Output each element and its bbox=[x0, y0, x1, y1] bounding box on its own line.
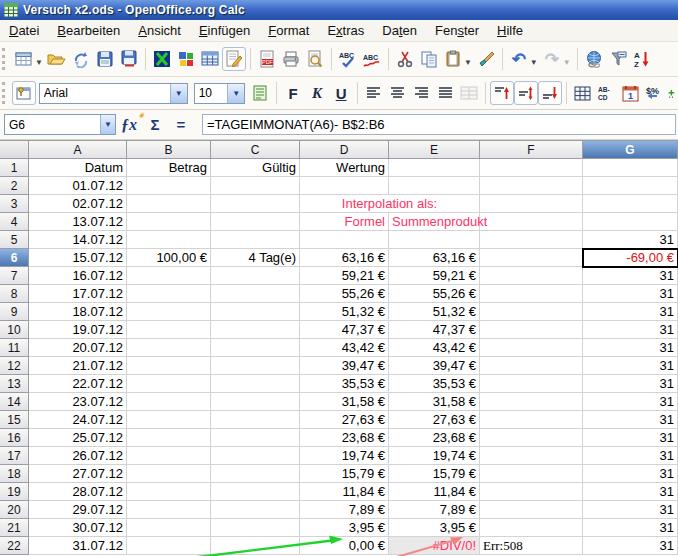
cell-G3[interactable] bbox=[583, 195, 678, 213]
cell-F20[interactable] bbox=[480, 501, 583, 519]
cell-F11[interactable] bbox=[480, 339, 583, 357]
cell-A9[interactable]: 18.07.12 bbox=[29, 303, 127, 321]
cell-E22[interactable]: #DIV/0! bbox=[389, 537, 480, 555]
row-header-21[interactable]: 21 bbox=[0, 519, 29, 537]
cell-A1[interactable]: Datum bbox=[29, 159, 127, 177]
formula-input[interactable] bbox=[202, 114, 676, 135]
cell-D12[interactable]: 39,47 € bbox=[300, 357, 389, 375]
filter-button[interactable] bbox=[606, 47, 630, 71]
cell-C12[interactable] bbox=[211, 357, 300, 375]
cell-B16[interactable] bbox=[127, 429, 211, 447]
cell-F7[interactable] bbox=[480, 267, 583, 285]
cell-C8[interactable] bbox=[211, 285, 300, 303]
undo-button[interactable]: ↶ bbox=[507, 47, 531, 71]
row-header-19[interactable]: 19 bbox=[0, 483, 29, 501]
cell-D18[interactable]: 15,79 € bbox=[300, 465, 389, 483]
align-center-button[interactable] bbox=[386, 81, 410, 105]
cell-B15[interactable] bbox=[127, 411, 211, 429]
cell-B7[interactable] bbox=[127, 267, 211, 285]
cell-F12[interactable] bbox=[480, 357, 583, 375]
cell-B19[interactable] bbox=[127, 483, 211, 501]
cell-E8[interactable]: 55,26 € bbox=[389, 285, 480, 303]
cell-A17[interactable]: 26.07.12 bbox=[29, 447, 127, 465]
column-header-D[interactable]: D bbox=[300, 141, 389, 159]
cell-E7[interactable]: 59,21 € bbox=[389, 267, 480, 285]
cell-E5[interactable] bbox=[389, 231, 480, 249]
cell-G7[interactable]: 31 bbox=[583, 267, 678, 285]
row-header-2[interactable]: 2 bbox=[0, 177, 29, 195]
cell-C13[interactable] bbox=[211, 375, 300, 393]
italic-button[interactable]: K bbox=[305, 81, 329, 105]
cell-C11[interactable] bbox=[211, 339, 300, 357]
menu-item-einfügen[interactable]: Einfügen bbox=[190, 21, 259, 40]
format-paintbrush-button[interactable] bbox=[474, 47, 498, 71]
cell-E18[interactable]: 15,79 € bbox=[389, 465, 480, 483]
row-header-9[interactable]: 9 bbox=[0, 303, 29, 321]
cell-E14[interactable]: 31,58 € bbox=[389, 393, 480, 411]
cell-G14[interactable]: 31 bbox=[583, 393, 678, 411]
align-top-button[interactable] bbox=[490, 81, 514, 105]
cell-A21[interactable]: 30.07.12 bbox=[29, 519, 127, 537]
paste-button[interactable] bbox=[441, 47, 465, 71]
underline-button[interactable]: U bbox=[329, 81, 353, 105]
cell-A7[interactable]: 16.07.12 bbox=[29, 267, 127, 285]
cell-C5[interactable] bbox=[211, 231, 300, 249]
cell-C9[interactable] bbox=[211, 303, 300, 321]
cell-C17[interactable] bbox=[211, 447, 300, 465]
cell-B4[interactable] bbox=[127, 213, 211, 231]
row-header-18[interactable]: 18 bbox=[0, 465, 29, 483]
cell-B2[interactable] bbox=[127, 177, 211, 195]
row-header-8[interactable]: 8 bbox=[0, 285, 29, 303]
cell-B8[interactable] bbox=[127, 285, 211, 303]
cell-B14[interactable] bbox=[127, 393, 211, 411]
cell-C15[interactable] bbox=[211, 411, 300, 429]
cell-B5[interactable] bbox=[127, 231, 211, 249]
cut-button[interactable] bbox=[393, 47, 417, 71]
row-header-15[interactable]: 15 bbox=[0, 411, 29, 429]
row-header-5[interactable]: 5 bbox=[0, 231, 29, 249]
cell-F19[interactable] bbox=[480, 483, 583, 501]
row-header-3[interactable]: 3 bbox=[0, 195, 29, 213]
cell-B11[interactable] bbox=[127, 339, 211, 357]
save-button[interactable] bbox=[93, 47, 117, 71]
cell-F10[interactable] bbox=[480, 321, 583, 339]
cell-reference-input[interactable] bbox=[5, 115, 100, 134]
cell-B18[interactable] bbox=[127, 465, 211, 483]
cell-F8[interactable] bbox=[480, 285, 583, 303]
cell-C2[interactable] bbox=[211, 177, 300, 195]
row-header-14[interactable]: 14 bbox=[0, 393, 29, 411]
menu-item-format[interactable]: Format bbox=[259, 21, 318, 40]
cell-A12[interactable]: 21.07.12 bbox=[29, 357, 127, 375]
cell-F1[interactable] bbox=[480, 159, 583, 177]
toolbar-grip[interactable] bbox=[2, 48, 9, 70]
cell-E13[interactable]: 35,53 € bbox=[389, 375, 480, 393]
name-box-dropdown-icon[interactable]: ▼ bbox=[100, 115, 115, 134]
edit-file-button[interactable] bbox=[222, 47, 246, 71]
cell-E4[interactable]: Summenprodukt bbox=[389, 213, 480, 231]
cell-E11[interactable]: 43,42 € bbox=[389, 339, 480, 357]
cell-D3[interactable]: Interpolation als: bbox=[300, 195, 480, 213]
cell-C3[interactable] bbox=[211, 195, 300, 213]
row-header-22[interactable]: 22 bbox=[0, 537, 29, 555]
row-header-12[interactable]: 12 bbox=[0, 357, 29, 375]
column-header-C[interactable]: C bbox=[211, 141, 300, 159]
cell-F17[interactable] bbox=[480, 447, 583, 465]
cell-B10[interactable] bbox=[127, 321, 211, 339]
cell-G9[interactable]: 31 bbox=[583, 303, 678, 321]
cell-F5[interactable] bbox=[480, 231, 583, 249]
hyperlink-button[interactable] bbox=[582, 47, 606, 71]
font-size-input[interactable] bbox=[195, 84, 228, 103]
cell-G17[interactable]: 31 bbox=[583, 447, 678, 465]
cell-C18[interactable] bbox=[211, 465, 300, 483]
cell-A16[interactable]: 25.07.12 bbox=[29, 429, 127, 447]
menu-item-extras[interactable]: Extras bbox=[318, 21, 373, 40]
cell-F22[interactable]: Err:508 bbox=[480, 537, 583, 555]
cell-A19[interactable]: 28.07.12 bbox=[29, 483, 127, 501]
cell-G22[interactable]: 31 bbox=[583, 537, 678, 555]
cell-B3[interactable] bbox=[127, 195, 211, 213]
align-bottom-button[interactable] bbox=[538, 81, 562, 105]
currency-format-button[interactable]: $% bbox=[642, 81, 666, 105]
cell-G1[interactable] bbox=[583, 159, 678, 177]
cell-A3[interactable]: 02.07.12 bbox=[29, 195, 127, 213]
cell-C20[interactable] bbox=[211, 501, 300, 519]
